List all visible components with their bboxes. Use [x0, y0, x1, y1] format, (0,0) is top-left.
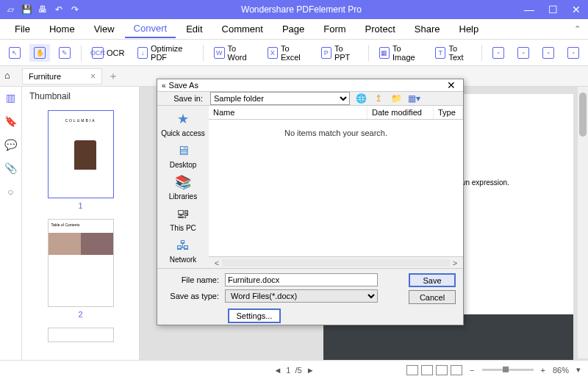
- thumbnail-panel-icon[interactable]: ▥: [4, 91, 18, 104]
- back-icon[interactable]: 🌐: [354, 92, 368, 105]
- dialog-title: Save As: [166, 81, 444, 90]
- empty-message: No items match your search.: [209, 120, 463, 256]
- col-date[interactable]: Date modified: [368, 106, 434, 119]
- batch-1-button[interactable]: ▫: [488, 44, 509, 62]
- save-in-select[interactable]: Sample folder: [210, 92, 350, 105]
- save-as-dialog: « Save As ✕ Save in: Sample folder 🌐 ↥ 📁…: [157, 79, 464, 325]
- hand-tool[interactable]: ✋: [29, 44, 50, 62]
- menu-form[interactable]: Form: [315, 21, 354, 37]
- minimize-button[interactable]: ―: [517, 0, 541, 19]
- next-page-button[interactable]: ►: [306, 366, 315, 375]
- nav-libraries[interactable]: 📚Libraries: [169, 173, 197, 201]
- to-ppt-button[interactable]: PTo PPT: [317, 41, 362, 65]
- to-text-button[interactable]: TTo Text: [431, 41, 476, 65]
- page-current: 1: [286, 366, 290, 375]
- home-tab-icon[interactable]: ⌂: [4, 70, 18, 83]
- undo-icon[interactable]: ↶: [53, 4, 65, 15]
- tab-label: Furniture: [29, 72, 61, 81]
- print-icon[interactable]: 🖶: [37, 4, 49, 15]
- prev-page-button[interactable]: ◄: [273, 366, 282, 375]
- view-cont-icon[interactable]: [421, 365, 433, 375]
- menubar: File Home View Convert Edit Comment Page…: [0, 19, 588, 40]
- document-tab[interactable]: Furniture ×: [22, 68, 102, 84]
- attachment-panel-icon[interactable]: 📎: [4, 162, 18, 175]
- toolbar: ↖ ✋ ✎ OCROCR ↓Optimize PDF WTo Word XTo …: [0, 40, 588, 66]
- save-button[interactable]: Save: [409, 273, 456, 287]
- file-name-label: File name:: [165, 275, 219, 284]
- batch-3-button[interactable]: ▫: [538, 44, 559, 62]
- zoom-out-button[interactable]: −: [470, 366, 474, 375]
- dialog-hscrollbar[interactable]: <>: [209, 256, 463, 268]
- menu-convert[interactable]: Convert: [125, 20, 176, 38]
- views-icon[interactable]: ▦▾: [407, 92, 420, 105]
- menu-protect[interactable]: Protect: [356, 21, 404, 37]
- page-total: /5: [295, 366, 301, 375]
- app-logo-icon[interactable]: ▱: [4, 4, 16, 15]
- up-icon[interactable]: ↥: [372, 92, 385, 105]
- window-title: Wondershare PDFelement Pro: [85, 4, 517, 15]
- nav-desktop[interactable]: 🖥Desktop: [170, 142, 197, 169]
- thumbnail-number-1: 1: [78, 201, 82, 210]
- thumbnail-page-3[interactable]: [48, 328, 114, 342]
- titlebar: ▱ 💾 🖶 ↶ ↷ Wondershare PDFelement Pro ― ☐…: [0, 0, 588, 19]
- zoom-in-button[interactable]: +: [541, 366, 545, 375]
- left-sidebar: ▥ 🔖 💬 📎 ○: [0, 87, 22, 379]
- save-icon[interactable]: 💾: [21, 4, 32, 15]
- statusbar: ◄ 1 /5 ► − + 86% ▾: [0, 360, 588, 379]
- comment-panel-icon[interactable]: 💬: [4, 138, 18, 151]
- dialog-file-list[interactable]: Name Date modified Type No items match y…: [209, 106, 463, 268]
- col-type[interactable]: Type: [434, 106, 463, 119]
- to-image-button[interactable]: ▦To Image: [375, 41, 426, 65]
- save-type-select[interactable]: Word Files(*.docx): [225, 289, 378, 303]
- menu-home[interactable]: Home: [40, 21, 84, 37]
- zoom-dropdown-icon[interactable]: ▾: [576, 365, 581, 375]
- select-tool[interactable]: ↖: [4, 44, 25, 62]
- zoom-value: 86%: [553, 366, 569, 375]
- cancel-button[interactable]: Cancel: [409, 290, 456, 304]
- thumbnail-page-2[interactable]: Table of Contents: [48, 219, 114, 307]
- nav-network[interactable]: 🖧Network: [170, 237, 197, 264]
- save-type-label: Save as type:: [165, 292, 219, 300]
- zoom-slider[interactable]: [482, 369, 534, 371]
- menu-share[interactable]: Share: [406, 21, 449, 37]
- menu-comment[interactable]: Comment: [213, 21, 272, 37]
- close-button[interactable]: ✕: [564, 0, 588, 19]
- new-folder-icon[interactable]: 📁: [390, 92, 403, 105]
- redo-icon[interactable]: ↷: [69, 4, 81, 15]
- dialog-nav: ★Quick access 🖥Desktop 📚Libraries 🖳This …: [157, 106, 209, 268]
- view-twocont-icon[interactable]: [451, 365, 462, 375]
- file-name-input[interactable]: [225, 273, 378, 286]
- menu-file[interactable]: File: [6, 21, 39, 37]
- menu-view[interactable]: View: [85, 21, 123, 37]
- nav-this-pc[interactable]: 🖳This PC: [170, 205, 196, 232]
- thumbnail-panel: Thumbnail COLUMBIA 1 Table of Contents 2: [22, 87, 140, 379]
- maximize-button[interactable]: ☐: [541, 0, 564, 19]
- settings-button[interactable]: Settings...: [228, 308, 281, 323]
- col-name[interactable]: Name: [209, 106, 368, 119]
- bookmark-panel-icon[interactable]: 🔖: [4, 115, 18, 128]
- to-word-button[interactable]: WTo Word: [209, 41, 258, 65]
- thumbnail-page-1[interactable]: COLUMBIA: [48, 110, 114, 198]
- ocr-button[interactable]: OCROCR: [87, 44, 129, 62]
- optimize-button[interactable]: ↓Optimize PDF: [133, 41, 197, 65]
- menu-page[interactable]: Page: [273, 21, 313, 37]
- tab-close-icon[interactable]: ×: [90, 71, 96, 82]
- view-single-icon[interactable]: [406, 365, 418, 375]
- nav-quick-access[interactable]: ★Quick access: [161, 110, 204, 137]
- collapse-ribbon-icon[interactable]: ⌃: [574, 24, 581, 34]
- save-in-label: Save in:: [163, 94, 203, 103]
- view-two-icon[interactable]: [436, 365, 448, 375]
- edit-tool[interactable]: ✎: [54, 44, 75, 62]
- menu-help[interactable]: Help: [451, 21, 488, 37]
- thumbnail-number-2: 2: [78, 310, 82, 319]
- dialog-close-button[interactable]: ✕: [444, 79, 459, 91]
- batch-4-button[interactable]: ▫: [563, 44, 584, 62]
- new-tab-button[interactable]: ＋: [108, 70, 118, 83]
- search-panel-icon[interactable]: ○: [4, 185, 18, 198]
- thumbnail-header: Thumbnail: [22, 87, 139, 106]
- batch-2-button[interactable]: ▫: [513, 44, 534, 62]
- vertical-scrollbar[interactable]: [578, 87, 588, 358]
- menu-edit[interactable]: Edit: [177, 21, 211, 37]
- to-excel-button[interactable]: XTo Excel: [263, 41, 312, 65]
